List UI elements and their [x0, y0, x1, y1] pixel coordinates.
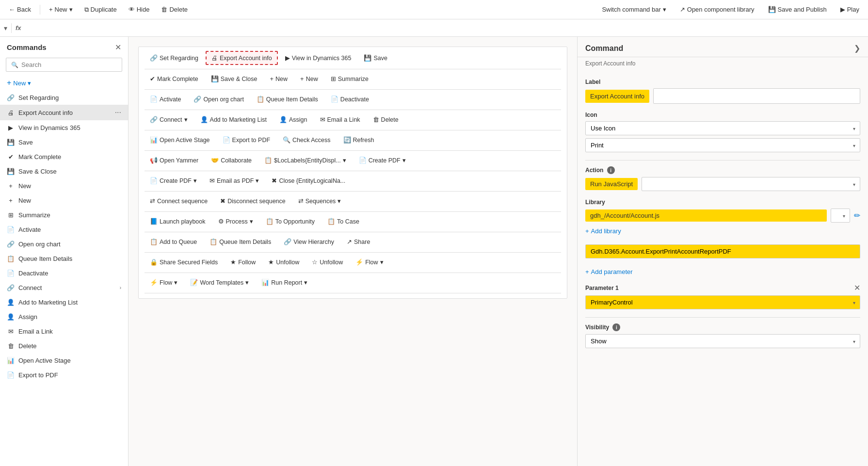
- library-select[interactable]: [831, 209, 850, 223]
- cmd-btn-flow[interactable]: ⚡Flow▾: [350, 256, 388, 269]
- cmd-btn-to-case[interactable]: 📋To Case: [322, 215, 365, 228]
- cmd-btn-sequences[interactable]: ⇄Sequences▾: [293, 194, 347, 208]
- duplicate-button[interactable]: ⧉ Duplicate: [81, 4, 120, 16]
- sidebar-item-save[interactable]: 💾Save: [0, 135, 128, 149]
- cmd-btn-queue-item-details[interactable]: 📋Queue Item Details: [251, 93, 323, 106]
- visibility-select[interactable]: Show: [585, 334, 860, 348]
- cmd-btn-set-regarding[interactable]: 🔗Set Regarding: [145, 51, 204, 64]
- new-button[interactable]: + New ▾: [46, 4, 76, 15]
- cmd-btn-activate[interactable]: 📄Activate: [145, 93, 186, 106]
- cmd-btn-email-as-pdf[interactable]: ✉Email as PDF▾: [204, 174, 264, 187]
- cmd-btn-to-opportunity[interactable]: 📋To Opportunity: [260, 215, 320, 228]
- cmd-btn-open-org-chart[interactable]: 🔗Open org chart: [188, 93, 249, 106]
- cmd-btn-new-2[interactable]: +New: [295, 72, 323, 85]
- use-icon-select[interactable]: Use Icon: [585, 121, 860, 135]
- cmd-btn-create-pdf-2[interactable]: 📄Create PDF▾: [145, 174, 202, 187]
- formula-input[interactable]: [25, 24, 864, 32]
- library-edit-button[interactable]: ✏: [854, 211, 860, 220]
- cmd-btn-create-pdf[interactable]: 📄Create PDF▾: [354, 154, 411, 167]
- visibility-info-icon[interactable]: i: [612, 323, 620, 331]
- sidebar-item-add-to-marketing-list[interactable]: 👤Add to Marketing List: [0, 295, 128, 309]
- cmd-btn-open-yammer[interactable]: 📢Open Yammer: [145, 154, 204, 167]
- sidebar-item-activate[interactable]: 📄Activate: [0, 222, 128, 237]
- cmd-btn-word-templates[interactable]: 📝Word Templates▾: [185, 276, 254, 289]
- cmd-btn-launch-playbook[interactable]: 📘Launch playbook: [145, 215, 211, 228]
- parameter1-close-button[interactable]: ✕: [854, 283, 860, 292]
- cmd-btn-flow-2[interactable]: ⚡Flow▾: [145, 276, 183, 289]
- cmd-btn-connect[interactable]: 🔗Connect▾: [145, 113, 193, 126]
- formula-dropdown-button[interactable]: ▾: [4, 24, 7, 32]
- cmd-btn-deactivate[interactable]: 📄Deactivate: [325, 93, 374, 106]
- cmd-btn-check-access[interactable]: 🔍Check Access: [277, 133, 336, 146]
- cmd-btn-email-a-link[interactable]: ✉Email a Link: [315, 113, 366, 126]
- cmd-btn-view-in-dynamics[interactable]: ▶View in Dynamics 365: [280, 51, 357, 64]
- cmd-btn-follow[interactable]: ★Follow: [225, 256, 261, 269]
- cmd-btn-refresh[interactable]: 🔄Refresh: [338, 133, 380, 146]
- cmd-btn-unfollow-1[interactable]: ★Unfollow: [263, 256, 305, 269]
- function-input[interactable]: [585, 244, 860, 258]
- panel-expand-button[interactable]: ❯: [854, 44, 860, 53]
- cmd-btn-sloclabels[interactable]: 📋$LocLabels{EntityDispl...▾: [259, 154, 352, 167]
- cmd-btn-save[interactable]: 💾Save: [358, 51, 393, 64]
- action-select[interactable]: [642, 177, 860, 191]
- cmd-btn-add-to-queue[interactable]: 📋Add to Queue: [145, 235, 202, 248]
- cmd-btn-open-active-stage[interactable]: 📊Open Active Stage: [145, 133, 215, 146]
- cmd-btn-share-secured-fields[interactable]: 🔒Share Secured Fields: [145, 256, 223, 269]
- sidebar-item-set-regarding[interactable]: 🔗Set Regarding: [0, 90, 128, 105]
- sidebar-item-view-in-dynamics[interactable]: ▶View in Dynamics 365: [0, 120, 128, 135]
- sidebar-item-new-2[interactable]: +New: [0, 193, 128, 208]
- parameter1-select[interactable]: PrimaryControl: [585, 295, 860, 309]
- add-parameter-button[interactable]: + Add parameter: [585, 266, 633, 277]
- cmd-btn-summarize[interactable]: ⊞Summarize: [325, 72, 374, 85]
- sidebar-item-new-1[interactable]: +New: [0, 178, 128, 193]
- cmd-btn-export-to-pdf[interactable]: 📄Export to PDF: [217, 133, 276, 146]
- cmd-btn-disconnect-sequence[interactable]: ✖Disconnect sequence: [215, 194, 291, 208]
- delete-button[interactable]: 🗑 Delete: [158, 4, 191, 15]
- sidebar-item-save-and-close[interactable]: 💾Save & Close: [0, 164, 128, 178]
- cmd-btn-close-entity[interactable]: ✖Close {EntityLogicalNa...: [266, 174, 351, 187]
- play-button[interactable]: ▶ Play: [837, 4, 862, 15]
- cmd-btn-save-and-close[interactable]: 💾Save & Close: [206, 72, 263, 85]
- cmd-btn-mark-complete[interactable]: ✔Mark Complete: [145, 72, 204, 85]
- back-button[interactable]: ← Back: [6, 4, 34, 15]
- cmd-btn-export-account-info[interactable]: 🖨Export Account info: [206, 51, 278, 65]
- cmd-btn-connect-sequence[interactable]: ⇄Connect sequence: [145, 194, 213, 208]
- switch-command-bar-button[interactable]: Switch command bar ▾: [599, 4, 669, 15]
- item-more-export-account-info[interactable]: ···: [115, 108, 121, 117]
- cmd-btn-share[interactable]: ↗Share: [341, 235, 375, 248]
- sidebar-item-export-to-pdf[interactable]: 📄Export to PDF: [0, 368, 128, 382]
- cmd-btn-add-to-marketing-list[interactable]: 👤Add to Marketing List: [195, 113, 272, 126]
- sidebar-close-button[interactable]: ✕: [115, 43, 121, 52]
- cmd-btn-run-report[interactable]: 📊Run Report▾: [256, 276, 313, 289]
- cmd-btn-process[interactable]: ⚙Process▾: [213, 215, 258, 228]
- cmd-btn-queue-item-details-2[interactable]: 📋Queue Item Details: [204, 235, 276, 248]
- cmd-btn-unfollow-2[interactable]: ☆Unfollow: [306, 256, 348, 269]
- sidebar-item-email-a-link[interactable]: ✉Email a Link: [0, 324, 128, 338]
- sidebar-item-summarize[interactable]: ⊞Summarize: [0, 208, 128, 222]
- sidebar-item-export-account-info[interactable]: 🖨Export Account info···: [0, 105, 128, 120]
- save-and-publish-button[interactable]: 💾 Save and Publish: [765, 4, 830, 15]
- sidebar-item-mark-complete[interactable]: ✔Mark Complete: [0, 149, 128, 164]
- hide-button[interactable]: 👁 Hide: [126, 4, 153, 15]
- library-value[interactable]: gdh_/Account/Account.js: [585, 209, 827, 222]
- cmd-btn-assign[interactable]: 👤Assign: [274, 113, 313, 126]
- cmd-btn-delete[interactable]: 🗑Delete: [368, 113, 404, 126]
- print-select[interactable]: Print: [585, 138, 860, 152]
- cmd-btn-new-1[interactable]: +New: [264, 72, 293, 85]
- cmd-btn-view-hierarchy[interactable]: 🔗View Hierarchy: [278, 235, 339, 248]
- sidebar-item-connect[interactable]: 🔗Connect›: [0, 280, 128, 295]
- label-value[interactable]: Export Account info: [585, 90, 649, 103]
- search-input[interactable]: [21, 61, 117, 68]
- action-info-icon[interactable]: i: [607, 166, 615, 174]
- sidebar-item-queue-item-details[interactable]: 📋Queue Item Details: [0, 251, 128, 266]
- open-component-library-button[interactable]: ↗ Open component library: [677, 4, 757, 15]
- sidebar-new-button[interactable]: + New ▾: [0, 76, 128, 90]
- cmd-btn-collaborate[interactable]: 🤝Collaborate: [206, 154, 257, 167]
- action-value[interactable]: Run JavaScript: [585, 178, 638, 190]
- sidebar-item-open-active-stage[interactable]: 📊Open Active Stage: [0, 353, 128, 368]
- sidebar-item-open-org-chart[interactable]: 🔗Open org chart: [0, 237, 128, 251]
- add-library-button[interactable]: + Add library: [585, 225, 621, 237]
- sidebar-item-deactivate[interactable]: 📄Deactivate: [0, 266, 128, 280]
- sidebar-item-delete[interactable]: 🗑Delete: [0, 338, 128, 353]
- sidebar-item-assign[interactable]: 👤Assign: [0, 309, 128, 324]
